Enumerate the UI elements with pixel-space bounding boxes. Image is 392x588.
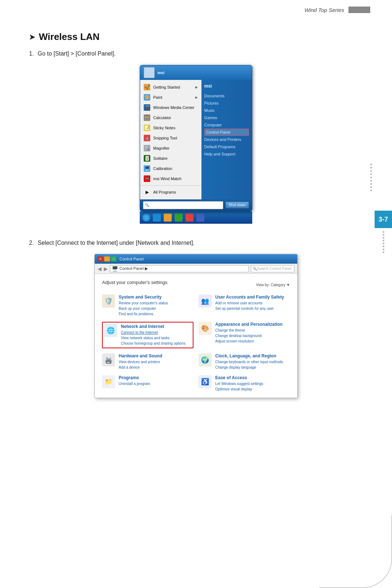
main-content: ➤ Wireless LAN 1. Go to [Start] > [Contr… [0,17,392,427]
programs-title[interactable]: Programs [119,375,193,380]
menu-item-wmc[interactable]: 🎬 Windows Media Center [140,102,201,113]
step-2: 2. Select [Connect to the Internet] unde… [29,238,363,248]
right-item-docs[interactable]: Documents [204,92,249,100]
ease-link-1[interactable]: Optimize visual display [215,386,290,392]
system-link-1[interactable]: Back up your computer [119,306,193,311]
cp-subtitle: Adjust your computer's settings [102,280,167,285]
screenshot-control-panel: ✕ − □ Control Panel ◀ ▶ 🖥️ Control Panel… [29,254,363,398]
menu-item-calibration[interactable]: 🖥️ Calibration [140,163,201,174]
hardware-link-1[interactable]: Add a device [119,365,193,370]
right-item-music[interactable]: Music [204,107,249,114]
programs-link-0[interactable]: Uninstall a program [119,381,193,386]
clock-content: Clock, Language, and Region Change keybo… [215,353,290,370]
category-appearance: 🎨 Appearance and Personalization Change … [199,322,290,348]
forward-button[interactable]: ▶ [104,266,108,272]
category-hardware: 🖨️ Hardware and Sound View devices and p… [102,353,193,370]
taskbar-icon-5[interactable] [196,214,204,222]
search-box[interactable]: 🔍 [143,201,223,209]
ua-link-0[interactable]: Add or remove user accounts [215,300,290,306]
menu-item-snipping[interactable]: ✂️ Snipping Tool [140,133,201,143]
maximize-button[interactable]: □ [111,256,117,261]
network-link-1[interactable]: View network status and tasks [121,335,191,341]
right-item-pics[interactable]: Pictures [204,100,249,107]
tab-dot [383,231,384,233]
right-item-computer[interactable]: Computer [204,121,249,129]
right-item-devices[interactable]: Devices and Printers [204,136,249,143]
system-link-0[interactable]: Review your computer's status [119,300,193,306]
start-menu-footer: 🔍 Shut down [140,199,252,211]
ua-link-1[interactable]: Set up parental controls for any user [215,306,290,311]
network-icon: 🌐 [104,324,117,337]
menu-item-msi-wind-match[interactable]: 🎮 msi Wind Match [140,174,201,184]
start-menu-window: msi 🚀 Getting Started ▶ 🎨 Paint ▶ [140,65,252,211]
taskbar-folder-icon[interactable] [164,214,172,222]
category-ease: ♿ Ease of Access Let Windows suggest set… [199,375,290,392]
ease-content: Ease of Access Let Windows suggest setti… [215,375,290,392]
tab-dot [383,251,384,253]
clock-icon: 🌍 [199,353,212,366]
appearance-link-1[interactable]: Change desktop background [215,333,290,338]
hardware-title[interactable]: Hardware and Sound [119,353,193,358]
tab-dot [383,246,384,247]
network-title[interactable]: Network and Internet [121,324,191,329]
user-accounts-content: User Accounts and Family Safety Add or r… [215,295,290,311]
tab-dot [383,237,384,239]
system-icon: 🛡️ [102,295,115,308]
user-accounts-title[interactable]: User Accounts and Family Safety [215,295,290,300]
category-clock: 🌍 Clock, Language, and Region Change key… [199,353,290,370]
page-border-decoration [319,515,392,588]
section-heading: ➤ Wireless LAN [29,31,363,42]
appearance-title[interactable]: Appearance and Personalization [215,322,290,327]
menu-item-sticky-notes[interactable]: 📝 Sticky Notes [140,123,201,133]
search-bar[interactable]: 🔍 Search Control Panel [251,265,294,272]
cp-categories-grid: 🛡️ System and Security Review your compu… [102,295,290,392]
ease-link-0[interactable]: Let Windows suggest settings [215,381,290,386]
right-item-games[interactable]: Games [204,114,249,121]
network-link-0[interactable]: Connect to the Internet [121,330,191,335]
appearance-link-0[interactable]: Change the theme [215,328,290,333]
username-right: msi [204,84,249,89]
document-title: Wind Top Series [305,7,344,13]
category-network: 🌐 Network and Internet Connect to the In… [102,322,193,348]
right-item-default-programs[interactable]: Default Programs [204,143,249,150]
clock-link-0[interactable]: Change keyboards or other input methods [215,359,290,365]
appearance-link-2[interactable]: Adjust screen resolution [215,338,290,344]
category-system: 🛡️ System and Security Review your compu… [102,295,193,317]
menu-item-getting-started[interactable]: 🚀 Getting Started ▶ [140,82,201,92]
view-by[interactable]: View by: Category ▼ [256,283,290,287]
hardware-link-0[interactable]: View devices and printers [119,359,193,365]
taskbar-media-icon[interactable] [175,214,183,222]
taskbar: ⊞ [140,211,252,224]
menu-item-solitaire[interactable]: 🃏 Solitaire [140,153,201,163]
ease-title[interactable]: Ease of Access [215,375,290,380]
taskbar-ie-icon[interactable] [153,214,161,222]
section-title: Wireless LAN [39,31,99,42]
clock-link-1[interactable]: Change display language [215,365,290,370]
programs-icon: 📁 [102,375,115,388]
close-button[interactable]: ✕ [98,256,103,261]
address-bar[interactable]: 🖥️ Control Panel ▶ [110,265,249,272]
minimize-button[interactable]: − [104,256,110,261]
system-title[interactable]: System and Security [119,295,193,300]
tab-dot [383,248,384,250]
back-button[interactable]: ◀ [98,266,102,272]
start-menu-right-panel: msi Documents Pictures Music Games Compu… [201,80,252,199]
right-item-control-panel[interactable]: Control Panel [204,129,249,136]
user-avatar [144,67,155,78]
right-item-help[interactable]: Help and Support [204,150,249,158]
step-1-text: Go to [Start] > [Control Panel]. [38,50,116,57]
shutdown-button[interactable]: Shut down [225,202,249,208]
menu-item-paint[interactable]: 🎨 Paint ▶ [140,92,201,102]
taskbar-icon-4[interactable] [185,214,193,222]
side-decoration [370,163,372,191]
menu-item-magnifier[interactable]: 🔍 Magnifier [140,143,201,153]
start-button[interactable]: ⊞ [142,213,151,222]
clock-title[interactable]: Clock, Language, and Region [215,353,290,358]
category-programs: 📁 Programs Uninstall a program [102,375,193,392]
menu-item-all-programs[interactable]: ▶ All Programs [140,187,201,197]
system-link-2[interactable]: Find and fix problems [119,311,193,317]
menu-item-calculator[interactable]: 🧮 Calculator [140,113,201,123]
network-link-2[interactable]: Choose homegroup and sharing options [121,341,191,346]
step-2-number: 2. [29,240,34,246]
page-number: 3-7 [375,211,392,228]
